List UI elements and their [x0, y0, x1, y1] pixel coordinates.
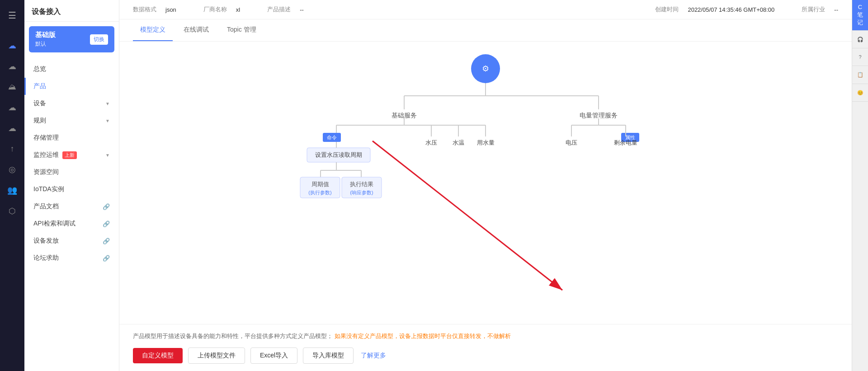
plan-info: 基础版 默认: [35, 31, 56, 48]
right-panel: C笔记 🎧 ? 📋 😊: [852, 0, 868, 371]
info-item-created: 创建时间 2022/05/07 14:35:46 GMT+08:00: [655, 5, 774, 14]
cloud-icon-1[interactable]: ☁: [0, 35, 24, 56]
sidebar-item-label: 规则: [33, 117, 46, 125]
sidebar-item-overview[interactable]: 总览: [24, 61, 119, 78]
desc-main: 产品模型用于描述设备具备的能力和特性，平台提供多种方式定义产品模型；: [133, 333, 333, 339]
tab-topic-management[interactable]: Topic 管理: [220, 19, 264, 41]
svg-text:设置水压读取周期: 设置水压读取周期: [315, 151, 362, 158]
sidebar-item-iotda[interactable]: IoTDA实例: [24, 181, 119, 198]
bottom-section: 产品模型用于描述设备具备的能力和特性，平台提供多种方式定义产品模型； 如果没有定…: [119, 324, 852, 371]
info-item-industry: 所属行业 --: [802, 5, 838, 14]
hamburger-icon[interactable]: ☰: [0, 5, 24, 26]
chevron-down-icon: ▼: [105, 118, 110, 123]
tab-model-definition[interactable]: 模型定义: [133, 19, 173, 41]
svg-text:(响应参数): (响应参数): [350, 190, 373, 195]
sidebar-item-label: IoTDA实例: [33, 185, 64, 193]
right-panel-support[interactable]: 🎧: [852, 31, 868, 48]
info-bar: 数据格式 json 厂商名称 xl 产品描述 -- 创建时间 2022/05/0…: [119, 0, 852, 19]
red-arrow: [373, 141, 562, 290]
prop-water-temp: 水温: [453, 139, 464, 146]
sidebar-title: 设备接入: [24, 0, 119, 22]
upload-model-button[interactable]: 上传模型文件: [188, 348, 245, 364]
external-link-icon: 🔗: [103, 203, 110, 210]
sidebar-item-product-doc[interactable]: 产品文档 🔗: [24, 198, 119, 215]
info-value: xl: [236, 6, 240, 13]
action-buttons: 自定义模型 上传模型文件 Excel导入 导入库模型 了解更多: [133, 348, 838, 364]
sidebar-item-label: API检索和调试: [33, 220, 75, 228]
sidebar-item-rules[interactable]: 规则 ▼: [24, 112, 119, 129]
plan-section[interactable]: 基础版 默认 切换: [29, 26, 114, 52]
info-item-format: 数据格式 json: [133, 5, 176, 14]
sidebar-item-storage[interactable]: 存储管理: [24, 129, 119, 146]
sidebar-nav: 总览 产品 设备 ▼ 规则 ▼ 存储管理 监控运维 上新 ▼: [24, 57, 119, 270]
info-value: json: [165, 6, 176, 13]
main-content: 数据格式 json 厂商名称 xl 产品描述 -- 创建时间 2022/05/0…: [119, 0, 852, 371]
sidebar-item-device[interactable]: 设备 ▼: [24, 95, 119, 112]
warning-text: 如果没有定义产品模型，设备上报数据时平台仅直接转发，不做解析: [335, 333, 511, 339]
right-panel-clipboard[interactable]: 📋: [852, 66, 868, 84]
right-panel-emoji[interactable]: 😊: [852, 84, 868, 102]
switch-button[interactable]: 切换: [90, 34, 108, 45]
sidebar: 设备接入 基础版 默认 切换 总览 产品 设备 ▼ 规则 ▼ 存储管理: [24, 0, 119, 371]
sidebar-item-label: 监控运维: [33, 151, 59, 159]
circle-icon[interactable]: ◎: [0, 159, 24, 180]
sidebar-item-device-deploy[interactable]: 设备发放 🔗: [24, 232, 119, 249]
sidebar-item-resource[interactable]: 资源空间: [24, 164, 119, 181]
new-badge: 上新: [62, 151, 77, 159]
sidebar-item-forum[interactable]: 论坛求助 🔗: [24, 249, 119, 267]
chevron-down-icon: ▼: [105, 101, 110, 106]
info-label: 产品描述: [267, 5, 294, 14]
sidebar-item-api[interactable]: API检索和调试 🔗: [24, 215, 119, 232]
excel-import-button[interactable]: Excel导入: [250, 348, 297, 364]
chevron-down-icon: ▼: [105, 153, 110, 158]
diagram-area: ⚙ 基础服务 电量管理服务: [119, 42, 852, 324]
sidebar-item-label: 产品文档: [33, 202, 59, 211]
users-icon[interactable]: 👥: [0, 180, 24, 201]
sidebar-item-label: 产品: [33, 82, 46, 90]
tabs-bar: 模型定义 在线调试 Topic 管理: [119, 19, 852, 42]
info-label: 厂商名称: [203, 5, 231, 14]
custom-model-button[interactable]: 自定义模型: [133, 348, 183, 363]
info-value: --: [300, 6, 304, 13]
plan-sub: 默认: [35, 40, 56, 48]
desc-text: 产品模型用于描述设备具备的能力和特性，平台提供多种方式定义产品模型； 如果没有定…: [133, 332, 838, 341]
external-link-icon: 🔗: [103, 255, 110, 262]
hex-icon[interactable]: ⬡: [0, 201, 24, 221]
import-library-button[interactable]: 导入库模型: [303, 348, 354, 364]
sidebar-item-label: 资源空间: [33, 168, 59, 176]
tab-online-debug[interactable]: 在线调试: [176, 19, 216, 41]
info-value: --: [834, 6, 838, 13]
cloud-icon-2[interactable]: ☁: [0, 56, 24, 77]
svg-text:⚙: ⚙: [482, 64, 489, 73]
info-label: 创建时间: [655, 5, 682, 14]
plan-name: 基础版: [35, 31, 56, 39]
sidebar-item-label: 总览: [33, 65, 46, 73]
upload-icon[interactable]: ↑: [0, 139, 24, 159]
info-item-vendor: 厂商名称 xl: [203, 5, 240, 14]
tree-diagram: ⚙ 基础服务 电量管理服务: [133, 51, 838, 213]
sidebar-item-label: 存储管理: [33, 134, 59, 142]
info-item-desc: 产品描述 --: [267, 5, 304, 14]
sidebar-item-label: 论坛求助: [33, 254, 59, 262]
learn-more-button[interactable]: 了解更多: [359, 348, 388, 363]
sidebar-item-product[interactable]: 产品: [24, 78, 119, 95]
svg-text:(执行参数): (执行参数): [308, 190, 331, 195]
prop-remaining: 剩余电量: [614, 139, 637, 146]
tree-svg: ⚙ 基础服务 电量管理服务: [282, 51, 689, 213]
mountain-icon[interactable]: ⛰: [0, 77, 24, 97]
prop-voltage: 电压: [566, 139, 577, 146]
power-service-label: 电量管理服务: [580, 112, 618, 119]
info-label: 数据格式: [133, 5, 160, 14]
sidebar-item-monitor[interactable]: 监控运维 上新 ▼: [24, 146, 119, 164]
right-panel-help[interactable]: ?: [852, 48, 868, 66]
right-panel-notes[interactable]: C笔记: [852, 0, 868, 31]
external-link-icon: 🔗: [103, 221, 110, 227]
cloud-icon-3[interactable]: ☁: [0, 97, 24, 118]
sidebar-item-label: 设备发放: [33, 237, 59, 245]
cloud-icon-4[interactable]: ☁: [0, 118, 24, 139]
sidebar-item-label: 设备: [33, 99, 46, 108]
svg-text:执行结果: 执行结果: [350, 181, 373, 188]
info-value: 2022/05/07 14:35:46 GMT+08:00: [688, 6, 774, 13]
external-link-icon: 🔗: [103, 238, 110, 244]
svg-text:周期值: 周期值: [311, 181, 329, 188]
